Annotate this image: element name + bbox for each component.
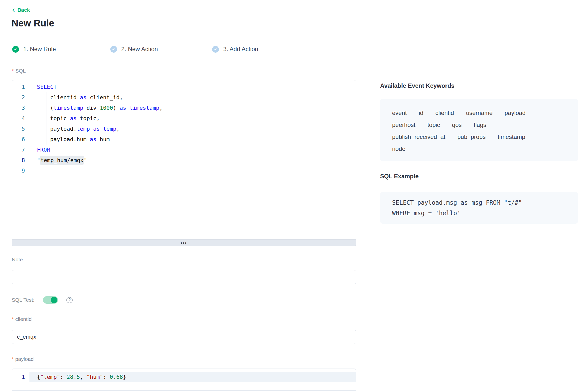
code-token: clientid bbox=[37, 94, 80, 100]
payload-editor-code-area[interactable]: 1 {"temp": 28.5, "hum": 0.68} bbox=[12, 369, 356, 390]
sql-test-toggle[interactable] bbox=[43, 296, 58, 304]
back-link[interactable]: ‹ Back bbox=[12, 7, 30, 13]
step-label: 1. New Rule bbox=[23, 46, 56, 53]
keyword: node bbox=[392, 145, 405, 152]
sql-label-text: SQL bbox=[15, 68, 26, 74]
code-token: FROM bbox=[37, 147, 50, 153]
code-token bbox=[100, 126, 103, 132]
line-number: 8 bbox=[12, 155, 29, 166]
line-number: 9 bbox=[12, 166, 29, 176]
code-line: FROM bbox=[29, 145, 356, 155]
keyword-row: eventidclientidusernamepayload bbox=[392, 107, 566, 119]
step-check-icon: ✓ bbox=[12, 46, 19, 53]
code-token: " bbox=[84, 157, 87, 163]
page-title: New Rule bbox=[11, 18, 54, 29]
stepper-connector bbox=[61, 49, 106, 49]
keyword-row: peerhosttopicqosflags bbox=[392, 119, 566, 131]
keyword: peerhost bbox=[392, 121, 415, 128]
keyword: id bbox=[419, 109, 424, 116]
line-number: 3 bbox=[12, 103, 29, 113]
code-token: ( bbox=[37, 105, 53, 111]
sql-editor-code[interactable]: SELECT clientid as client_id, (timestamp… bbox=[29, 82, 356, 176]
line-number: 7 bbox=[12, 145, 29, 155]
step-check-icon: ✓ bbox=[212, 46, 219, 53]
step-check-icon: ✓ bbox=[110, 46, 117, 53]
code-token: timestamp bbox=[53, 105, 83, 111]
sql-editor-code-area[interactable]: 123456789 SELECT clientid as client_id, … bbox=[12, 80, 356, 240]
code-line: clientid as client_id, bbox=[29, 92, 356, 103]
code-token: : bbox=[60, 374, 67, 380]
stepper-step-1: ✓1. New Rule bbox=[12, 46, 56, 53]
code-token: SELECT bbox=[37, 84, 57, 90]
code-token: client_id, bbox=[87, 94, 123, 100]
code-token: as bbox=[70, 115, 77, 121]
code-line bbox=[29, 166, 356, 176]
code-line: SELECT bbox=[29, 82, 356, 92]
indent-guide bbox=[38, 92, 38, 145]
keyword: flags bbox=[474, 121, 486, 128]
sql-editor[interactable]: 123456789 SELECT clientid as client_id, … bbox=[12, 80, 356, 246]
keyword: clientid bbox=[435, 109, 454, 116]
payload-editor-gutter: 1 bbox=[12, 372, 29, 382]
code-token: temp_hum/emqx bbox=[40, 156, 84, 165]
code-line: {"temp": 28.5, "hum": 0.68} bbox=[29, 372, 356, 382]
code-token: , bbox=[80, 374, 87, 380]
code-line: payload.hum as hum bbox=[29, 134, 356, 145]
keyword: publish_received_at bbox=[392, 133, 445, 140]
payload-editor[interactable]: 1 {"temp": 28.5, "hum": 0.68} ••• bbox=[12, 369, 356, 391]
sql-editor-resize-handle[interactable]: ••• bbox=[12, 240, 356, 246]
sql-editor-gutter: 123456789 bbox=[12, 82, 29, 176]
line-number: 2 bbox=[12, 92, 29, 103]
code-token: , bbox=[116, 126, 120, 132]
keyword: pub_props bbox=[457, 133, 485, 140]
keyword-row: publish_received_atpub_propstimestamp bbox=[392, 131, 566, 143]
note-input[interactable] bbox=[12, 270, 356, 284]
keyword: timestamp bbox=[498, 133, 525, 140]
code-token: timestamp bbox=[130, 105, 159, 111]
required-mark: * bbox=[12, 316, 14, 322]
keyword: qos bbox=[452, 121, 462, 128]
note-label-text: Note bbox=[12, 257, 23, 263]
line-number: 5 bbox=[12, 124, 29, 134]
code-token: as bbox=[120, 105, 126, 111]
step-label: 3. Add Action bbox=[223, 46, 258, 53]
step-label: 2. New Action bbox=[121, 46, 158, 53]
code-token: : bbox=[103, 374, 110, 380]
help-icon[interactable]: ? bbox=[66, 297, 73, 303]
sql-field-label: * SQL bbox=[12, 68, 26, 74]
code-token: payload.hum bbox=[37, 136, 90, 142]
stepper-step-3: ✓3. Add Action bbox=[212, 46, 258, 53]
indent-guide bbox=[46, 92, 46, 145]
code-token: " bbox=[37, 157, 40, 163]
example-sql-line: WHERE msg = 'hello' bbox=[392, 208, 566, 218]
sql-example-title: SQL Example bbox=[380, 173, 419, 180]
code-token: "hum" bbox=[87, 374, 103, 380]
payload-editor-code[interactable]: {"temp": 28.5, "hum": 0.68} bbox=[29, 372, 356, 382]
payload-label-text: payload bbox=[15, 356, 34, 362]
sql-test-row: SQL Test: ? bbox=[12, 296, 73, 304]
code-token: payload. bbox=[37, 126, 77, 132]
code-token: div bbox=[83, 105, 100, 111]
payload-editor-resize-handle[interactable]: ••• bbox=[12, 390, 356, 391]
clientid-field-label: * clientid bbox=[12, 316, 32, 322]
example-sql-line: SELECT payload.msg as msg FROM "t/#" bbox=[392, 197, 566, 208]
code-token: temp bbox=[103, 126, 116, 132]
code-token: as bbox=[90, 136, 97, 142]
code-token: topic, bbox=[77, 115, 100, 121]
line-number: 1 bbox=[12, 372, 29, 382]
stepper-connector bbox=[162, 49, 207, 49]
keyword: event bbox=[392, 109, 407, 116]
clientid-input[interactable] bbox=[12, 330, 356, 344]
code-token: hum bbox=[96, 136, 110, 142]
code-token: as bbox=[93, 126, 100, 132]
code-line: topic as topic, bbox=[29, 113, 356, 124]
payload-field-label: * payload bbox=[12, 356, 34, 362]
note-field-label: Note bbox=[12, 257, 23, 263]
code-token: topic bbox=[37, 115, 70, 121]
code-token: "temp" bbox=[40, 374, 60, 380]
keywords-panel: eventidclientidusernamepayloadpeerhostto… bbox=[380, 99, 578, 161]
code-token: as bbox=[80, 94, 87, 100]
required-mark: * bbox=[12, 68, 14, 74]
clientid-label-text: clientid bbox=[15, 316, 31, 322]
code-token bbox=[126, 105, 130, 111]
